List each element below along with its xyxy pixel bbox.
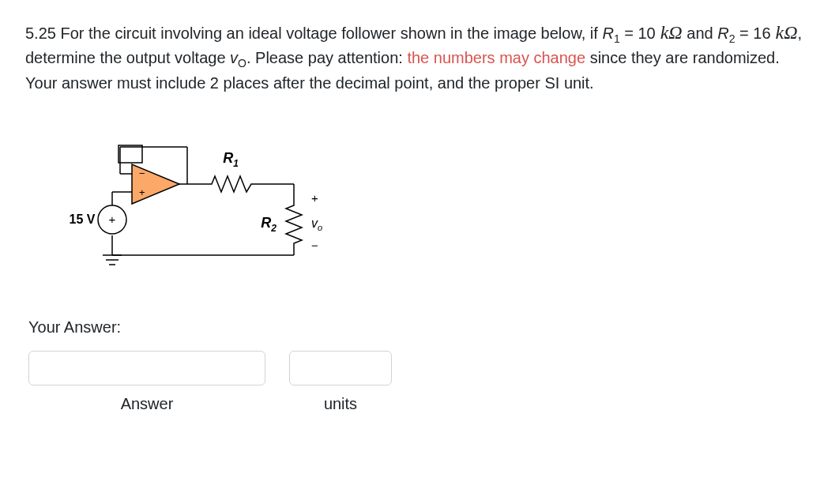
r1-val: 10 (638, 24, 655, 42)
kohm2: kΩ (771, 22, 798, 43)
r2-label: R2 (261, 215, 277, 234)
opamp-plus: + (139, 186, 145, 198)
units-block: units (289, 351, 392, 413)
your-answer-label: Your Answer: (28, 318, 814, 337)
r1-sub: 1 (614, 32, 620, 45)
r2-var: R (717, 24, 728, 42)
r1-var: R (602, 24, 613, 42)
svg-rect-12 (119, 145, 142, 163)
vo-label: vo (311, 216, 322, 232)
and: and (683, 24, 717, 42)
tail2: . Please pay attention: (246, 49, 407, 66)
vo-o: O (238, 57, 246, 70)
red-text: the numbers may change (407, 49, 585, 66)
units-input[interactable] (289, 351, 392, 386)
q-lead: For the circuit involving an ideal volta… (56, 24, 602, 42)
vo-minus: − (311, 239, 318, 252)
eq1: = (620, 24, 638, 42)
answer-caption: Answer (121, 395, 174, 413)
vo-v: v (230, 49, 238, 66)
question-number: 5.25 (25, 24, 56, 42)
r2-val: 16 (753, 24, 770, 42)
units-caption: units (324, 395, 357, 413)
src-plus: + (109, 213, 116, 226)
answer-block: Answer (28, 351, 265, 413)
circuit-diagram: + 15 V + − R1 R2 + vo − (57, 117, 814, 295)
kohm1: kΩ (656, 22, 683, 43)
r1-label: R1 (223, 150, 239, 169)
opamp-minus: − (139, 167, 145, 179)
answer-row: Answer units (28, 351, 814, 413)
vo-plus: + (311, 191, 318, 205)
eq2: = (735, 24, 753, 42)
circuit-svg: + 15 V + − R1 R2 + vo − (57, 117, 373, 291)
question-text: 5.25 For the circuit involving an ideal … (25, 19, 814, 95)
source-label: 15 V (70, 213, 96, 226)
answer-input[interactable] (28, 351, 265, 386)
